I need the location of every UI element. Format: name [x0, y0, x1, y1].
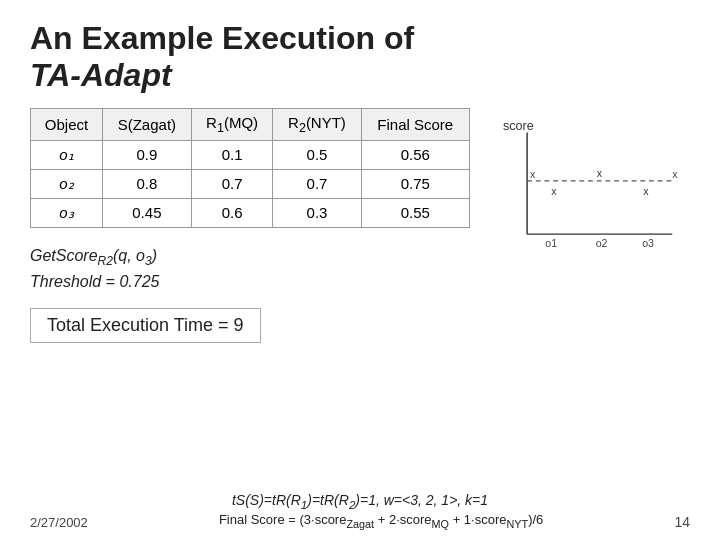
chart-point-o3: x	[643, 185, 649, 197]
table-cell-1-4: 0.75	[361, 169, 469, 198]
table-cell-2-3: 0.3	[273, 198, 361, 227]
data-table: Object S(Zagat) R1(MQ) R2(NYT) Final Sco…	[30, 108, 470, 228]
table-cell-0-4: 0.56	[361, 140, 469, 169]
main-content: Object S(Zagat) R1(MQ) R2(NYT) Final Sco…	[30, 108, 690, 353]
page: An Example Execution of TA-Adapt Object …	[0, 0, 720, 540]
table-cell-2-2: 0.6	[191, 198, 273, 227]
title-block: An Example Execution of TA-Adapt	[30, 20, 690, 94]
table-cell-1-3: 0.7	[273, 169, 361, 198]
chart-threshold-x1: x	[530, 168, 536, 180]
chart-point-o2: x	[597, 167, 603, 179]
footer-date: 2/27/2002	[30, 515, 88, 530]
chart-x-o2: o2	[596, 236, 608, 248]
table-cell-2-0: o₃	[31, 198, 103, 227]
table-cell-2-1: 0.45	[103, 198, 192, 227]
table-cell-1-2: 0.7	[191, 169, 273, 198]
footer: tS(S)=tR(R1)=tR(R2)=1, w=<3, 2, 1>, k=1 …	[30, 492, 690, 530]
col-header-szagat: S(Zagat)	[103, 108, 192, 140]
table-cell-2-4: 0.55	[361, 198, 469, 227]
chart-y-label: score	[503, 118, 534, 132]
footer-page: 14	[674, 514, 690, 530]
get-score-block: GetScoreR2(q, o3) Threshold = 0.725	[30, 244, 470, 294]
table-cell-1-0: o₂	[31, 169, 103, 198]
table-row: o₃0.450.60.30.55	[31, 198, 470, 227]
chart-point-o1: x	[551, 185, 557, 197]
table-row: o₂0.80.70.70.75	[31, 169, 470, 198]
table-cell-1-1: 0.8	[103, 169, 192, 198]
get-score-line1: GetScoreR2(q, o3)	[30, 244, 470, 270]
get-score-line2: Threshold = 0.725	[30, 270, 470, 294]
chart-threshold-x2: x	[672, 168, 678, 180]
footer-score: Final Score = (3·scoreZagat + 2·scoreMQ …	[88, 512, 675, 530]
table-cell-0-1: 0.9	[103, 140, 192, 169]
execution-time-box: Total Execution Time = 9	[30, 308, 261, 343]
title-line2: TA-Adapt	[30, 57, 690, 94]
chart-svg: score x x x x x	[490, 118, 690, 268]
left-section: Object S(Zagat) R1(MQ) R2(NYT) Final Sco…	[30, 108, 470, 353]
chart-x-o1: o1	[545, 236, 557, 248]
table-cell-0-3: 0.5	[273, 140, 361, 169]
title-line1: An Example Execution of	[30, 20, 690, 57]
table-row: o₁0.90.10.50.56	[31, 140, 470, 169]
table-cell-0-0: o₁	[31, 140, 103, 169]
col-header-finalscore: Final Score	[361, 108, 469, 140]
col-header-object: Object	[31, 108, 103, 140]
col-header-r1mq: R1(MQ)	[191, 108, 273, 140]
footer-formula: tS(S)=tR(R1)=tR(R2)=1, w=<3, 2, 1>, k=1	[30, 492, 690, 511]
chart-x-o3: o3	[642, 236, 654, 248]
chart-area: score x x x x x	[490, 108, 690, 272]
col-header-r2nyt: R2(NYT)	[273, 108, 361, 140]
footer-row: 2/27/2002 Final Score = (3·scoreZagat + …	[30, 512, 690, 530]
table-cell-0-2: 0.1	[191, 140, 273, 169]
